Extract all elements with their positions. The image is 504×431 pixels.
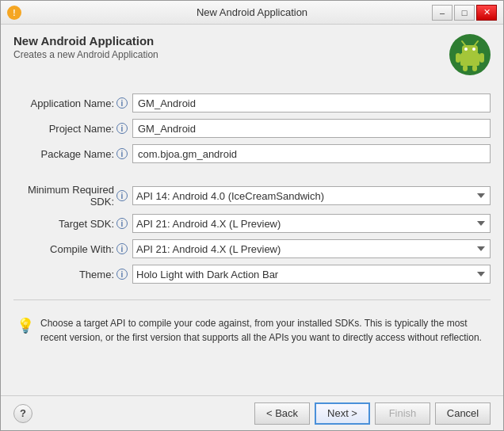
page-title: New Android Application <box>13 34 158 48</box>
info-message: Choose a target API to compile your code… <box>40 316 487 345</box>
package-name-input[interactable] <box>132 144 491 163</box>
min-sdk-info-icon[interactable]: i <box>116 190 128 201</box>
spacer <box>13 351 491 389</box>
package-name-info-icon[interactable]: i <box>116 148 128 159</box>
compile-with-info-icon[interactable]: i <box>116 243 128 254</box>
divider <box>13 299 491 300</box>
minimize-button[interactable]: – <box>432 5 452 21</box>
android-logo <box>449 34 491 78</box>
cancel-button[interactable]: Cancel <box>435 402 491 425</box>
svg-rect-12 <box>472 65 477 71</box>
app-name-input[interactable] <box>132 93 491 113</box>
svg-rect-10 <box>479 53 484 63</box>
project-name-label: Project Name: i <box>13 123 132 135</box>
svg-rect-4 <box>462 45 478 55</box>
theme-info-icon[interactable]: i <box>116 269 128 280</box>
form-section: Application Name: i Project Name: i Pack… <box>13 90 491 173</box>
svg-point-6 <box>472 48 475 51</box>
close-button[interactable]: ✕ <box>476 5 497 21</box>
compile-with-select[interactable]: API 21: Android 4.X (L Preview) <box>132 239 491 258</box>
bottom-buttons: < Back Next > Finish Cancel <box>254 402 491 425</box>
header-text: New Android Application Creates a new An… <box>13 34 158 60</box>
help-button[interactable]: ? <box>13 404 32 423</box>
min-sdk-row: Minimum Required SDK: i API 14: Android … <box>13 184 491 208</box>
info-box: 💡 Choose a target API to compile your co… <box>13 310 491 351</box>
app-name-info-icon[interactable]: i <box>116 97 128 109</box>
svg-rect-11 <box>463 65 468 71</box>
header-row: New Android Application Creates a new An… <box>13 34 491 78</box>
min-sdk-select[interactable]: API 14: Android 4.0 (IceCreamSandwich) <box>132 186 491 205</box>
target-sdk-label: Target SDK: i <box>13 218 132 230</box>
svg-text:!: ! <box>13 9 15 17</box>
svg-point-5 <box>464 48 468 51</box>
sdk-section: Minimum Required SDK: i API 14: Android … <box>13 181 491 293</box>
app-name-label: Application Name: i <box>13 97 132 109</box>
page-subtitle: Creates a new Android Application <box>13 49 158 60</box>
finish-button[interactable]: Finish <box>375 402 430 425</box>
theme-select[interactable]: Holo Light with Dark Action Bar <box>132 265 491 284</box>
target-sdk-row: Target SDK: i API 21: Android 4.X (L Pre… <box>13 214 491 233</box>
window-icon: ! <box>7 6 21 20</box>
package-name-label: Package Name: i <box>13 148 132 160</box>
back-button[interactable]: < Back <box>254 402 310 425</box>
window-controls: – □ ✕ <box>432 5 497 21</box>
maximize-button[interactable]: □ <box>454 5 475 21</box>
package-name-row: Package Name: i <box>13 144 491 163</box>
theme-row: Theme: i Holo Light with Dark Action Bar <box>13 265 491 284</box>
main-window: ! New Android Application – □ ✕ New Andr… <box>0 0 504 431</box>
app-name-row: Application Name: i <box>13 93 491 113</box>
project-name-info-icon[interactable]: i <box>116 123 128 134</box>
next-button[interactable]: Next > <box>315 402 370 425</box>
min-sdk-label: Minimum Required SDK: i <box>13 184 132 208</box>
window-title: New Android Application <box>197 6 307 18</box>
target-sdk-info-icon[interactable]: i <box>116 218 128 229</box>
target-sdk-select[interactable]: API 21: Android 4.X (L Preview) <box>132 214 491 233</box>
theme-label: Theme: i <box>13 269 132 280</box>
svg-rect-9 <box>456 53 460 63</box>
project-name-input[interactable] <box>132 119 491 138</box>
compile-with-label: Compile With: i <box>13 243 132 255</box>
compile-with-row: Compile With: i API 21: Android 4.X (L P… <box>13 239 491 258</box>
project-name-row: Project Name: i <box>13 119 491 138</box>
title-bar: ! New Android Application – □ ✕ <box>1 1 503 25</box>
bulb-icon: 💡 <box>17 317 34 334</box>
dialog-content: New Android Application Creates a new An… <box>1 25 503 395</box>
bottom-bar: ? < Back Next > Finish Cancel <box>1 395 503 430</box>
